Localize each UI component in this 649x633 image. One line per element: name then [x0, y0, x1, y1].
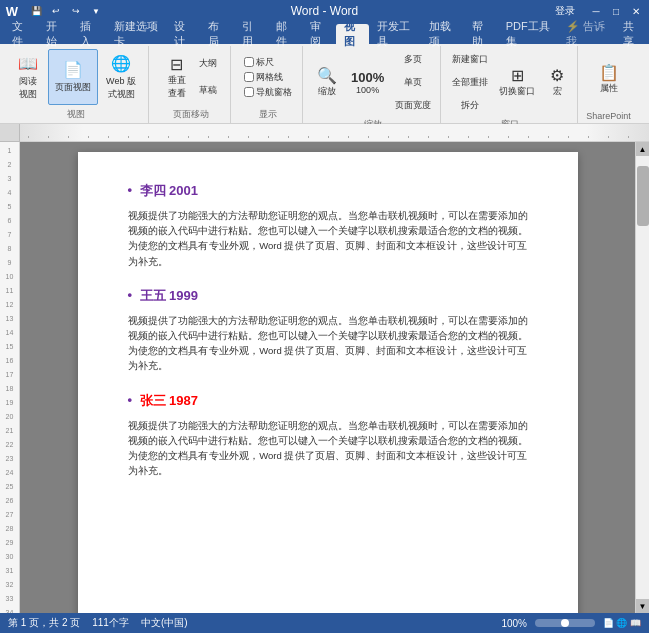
tab-mail[interactable]: 邮件	[268, 24, 302, 44]
ruler-v-mark-30: 30	[0, 550, 19, 564]
redo-quick-btn[interactable]: ↪	[68, 3, 84, 19]
ruler-v-mark-2: 2	[0, 158, 19, 172]
doc-page[interactable]: 李四 2001 视频提供了功能强大的方法帮助您证明您的观点。当您单击联机视频时，…	[78, 152, 578, 613]
macro-btn[interactable]: ⚙ 宏	[543, 54, 571, 110]
ribbon-content: 📖 阅读视图 📄 页面视图 🌐 Web 版式视图 视图 ⊟ 垂直查看 大纲	[0, 44, 649, 124]
ribbon-tabs: 文件 开始 插入 新建选项卡 设计 布局 引用 邮件 审阅 视图 开发工具 加载…	[0, 22, 649, 44]
scroll-down-btn[interactable]: ▼	[636, 599, 650, 613]
zoom-buttons: 🔍 缩放 100% 100% 多页 单页 页面宽度	[311, 48, 434, 116]
ruler-v-mark-23: 23	[0, 452, 19, 466]
outline-draft-col: 大纲 草稿	[196, 51, 220, 104]
zoom-slider-thumb	[561, 619, 569, 627]
ruler-checkbox-input[interactable]	[244, 57, 254, 67]
ruler-v-mark-31: 31	[0, 564, 19, 578]
ruler-v-mark-20: 20	[0, 410, 19, 424]
gridlines-checkbox-input[interactable]	[244, 72, 254, 82]
sharepoint-buttons: 📋 属性	[589, 48, 629, 109]
multipage-btn[interactable]: 多页	[392, 48, 434, 70]
navpane-checkbox[interactable]: 导航窗格	[244, 86, 292, 99]
ruler-v-mark-9: 9	[0, 256, 19, 270]
entry-text-lisi[interactable]: 视频提供了功能强大的方法帮助您证明您的观点。当您单击联机视频时，可以在需要添加的…	[128, 208, 528, 269]
entry-name-lisi: 李四 2001	[128, 182, 528, 200]
vertical-view-label: 垂直查看	[168, 74, 186, 100]
language-indicator: 中文(中国)	[141, 616, 188, 630]
ruler-v-mark-17: 17	[0, 368, 19, 382]
read-view-label: 阅读视图	[19, 75, 37, 101]
tab-tellme[interactable]: ⚡ 告诉我	[558, 24, 615, 44]
scrollbar-vertical[interactable]: ▲ ▼	[635, 142, 649, 613]
scroll-thumb[interactable]	[637, 166, 649, 226]
doc-entry-lisi: 李四 2001 视频提供了功能强大的方法帮助您证明您的观点。当您单击联机视频时，…	[128, 182, 528, 269]
tab-file[interactable]: 文件	[4, 24, 38, 44]
tab-design[interactable]: 设计	[166, 24, 200, 44]
tab-addins[interactable]: 加载项	[421, 24, 464, 44]
properties-btn[interactable]: 📋 属性	[589, 51, 629, 107]
tab-start[interactable]: 开始	[38, 24, 72, 44]
window-col1: 新建窗口 全部重排 拆分	[449, 48, 491, 116]
save-quick-btn[interactable]: 💾	[28, 3, 44, 19]
page-view-btn[interactable]: 📄 页面视图	[48, 49, 98, 105]
newwindow-btn[interactable]: 新建窗口	[449, 48, 491, 70]
ruler-vertical: 1 2 3 4 5 6 7 8 9 10 11 12 13 14 15 16 1…	[0, 142, 20, 613]
undo-quick-btn[interactable]: ↩	[48, 3, 64, 19]
tab-references[interactable]: 引用	[234, 24, 268, 44]
doc-area[interactable]: 李四 2001 视频提供了功能强大的方法帮助您证明您的观点。当您单击联机视频时，…	[20, 142, 635, 613]
web-view-btn[interactable]: 🌐 Web 版式视图	[100, 49, 142, 105]
navpane-checkbox-input[interactable]	[244, 87, 254, 97]
switchwindow-btn[interactable]: ⊞ 切换窗口	[493, 54, 541, 110]
web-view-label: Web 版式视图	[106, 75, 136, 101]
onepage-btn[interactable]: 单页	[392, 71, 434, 93]
entry-text-wangwu[interactable]: 视频提供了功能强大的方法帮助您证明您的观点。当您单击联机视频时，可以在需要添加的…	[128, 313, 528, 374]
show-buttons: 标尺 网格线 导航窗格	[244, 48, 292, 106]
outline-label: 大纲	[199, 57, 217, 70]
draft-btn[interactable]: 草稿	[196, 78, 220, 104]
ruler-v-mark-3: 3	[0, 172, 19, 186]
tab-layout[interactable]: 布局	[200, 24, 234, 44]
minimize-button[interactable]: ─	[587, 2, 605, 20]
status-bar: 第 1 页，共 2 页 111个字 中文(中国) 100% 📄 🌐 📖	[0, 613, 649, 633]
tab-devtools[interactable]: 开发工具	[369, 24, 421, 44]
zoom100-btn[interactable]: 100% 100%	[345, 54, 390, 110]
ruler-v-mark-21: 21	[0, 424, 19, 438]
newwindow-label: 新建窗口	[452, 53, 488, 66]
ruler-v-mark-11: 11	[0, 284, 19, 298]
tab-pdftools[interactable]: PDF工具集	[498, 24, 559, 44]
login-button[interactable]: 登录	[545, 2, 585, 20]
rearrange-btn[interactable]: 全部重排	[449, 71, 491, 93]
ruler-label: 标尺	[256, 56, 274, 69]
more-quick-btn[interactable]: ▼	[88, 3, 104, 19]
outline-btn[interactable]: 大纲	[196, 51, 220, 77]
title-bar-right: 登录 ─ □ ✕	[545, 2, 645, 20]
split-btn[interactable]: 拆分	[449, 94, 491, 116]
zoom-slider[interactable]	[535, 619, 595, 627]
tab-view[interactable]: 视图	[336, 24, 370, 44]
ruler-v-mark-4: 4	[0, 186, 19, 200]
rearrange-label: 全部重排	[452, 76, 488, 89]
tab-help[interactable]: 帮助	[464, 24, 498, 44]
read-view-btn[interactable]: 📖 阅读视图	[10, 49, 46, 105]
scroll-up-btn[interactable]: ▲	[636, 142, 650, 156]
ruler-v-mark-26: 26	[0, 494, 19, 508]
tab-newtab[interactable]: 新建选项卡	[106, 24, 167, 44]
ruler-v-mark-12: 12	[0, 298, 19, 312]
pagewidth-btn[interactable]: 页面宽度	[392, 94, 434, 116]
draft-label: 草稿	[199, 84, 217, 97]
entry-name-wangwu: 王五 1999	[128, 287, 528, 305]
zoom-btn[interactable]: 🔍 缩放	[311, 54, 343, 110]
ribbon-group-sharepoint: 📋 属性 SharePoint	[580, 46, 637, 123]
tab-share[interactable]: 共享	[615, 24, 649, 44]
tab-insert[interactable]: 插入	[72, 24, 106, 44]
scroll-track[interactable]	[636, 156, 650, 599]
ruler-v-mark-13: 13	[0, 312, 19, 326]
ruler-checkbox[interactable]: 标尺	[244, 56, 274, 69]
entry-text-zhangsan[interactable]: 视频提供了功能强大的方法帮助您证明您的观点。当您单击联机视频时，可以在需要添加的…	[128, 418, 528, 479]
maximize-button[interactable]: □	[607, 2, 625, 20]
doc-entry-zhangsan: 张三 1987 视频提供了功能强大的方法帮助您证明您的观点。当您单击联机视频时，…	[128, 392, 528, 479]
vertical-view-btn[interactable]: ⊟ 垂直查看	[162, 51, 192, 103]
zoom-percent: 100%	[501, 618, 527, 629]
tab-review[interactable]: 审阅	[302, 24, 336, 44]
gridlines-checkbox[interactable]: 网格线	[244, 71, 283, 84]
pagemove-group-label: 页面移动	[173, 108, 209, 121]
page-indicator: 第 1 页，共 2 页	[8, 616, 80, 630]
close-button[interactable]: ✕	[627, 2, 645, 20]
